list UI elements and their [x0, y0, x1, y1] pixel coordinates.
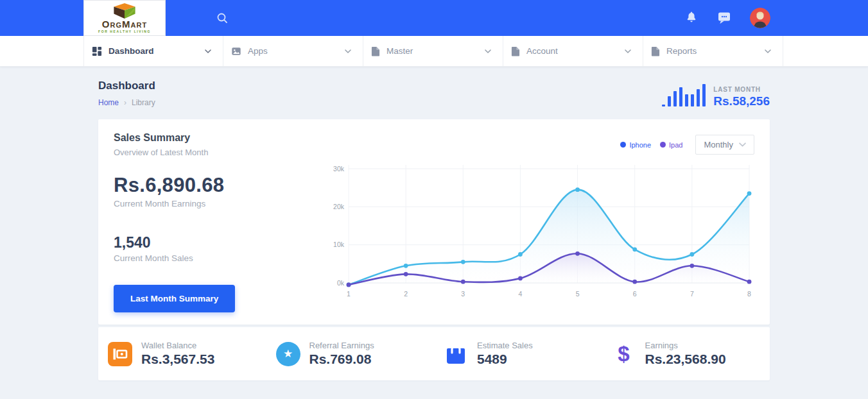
nav-label: Reports: [666, 46, 697, 56]
svg-text:8: 8: [747, 290, 751, 298]
nav-item-reports[interactable]: Reports: [643, 36, 783, 66]
stat-value: Rs.769.08: [309, 352, 374, 367]
star-icon: ★: [276, 342, 300, 366]
bottom-stats-card: Wallet Balance Rs.3,567.53 ★ Referral Ea…: [98, 327, 770, 380]
file-icon: [651, 46, 660, 56]
user-avatar[interactable]: [750, 8, 770, 28]
nav-item-account[interactable]: Account: [503, 36, 643, 66]
stat-value: Rs.23,568.90: [645, 352, 726, 367]
wallet-icon: [108, 342, 132, 366]
current-month-earnings-value: Rs.6,890.68: [114, 174, 326, 197]
chevron-down-icon: [739, 142, 746, 147]
topbar: OrgMart FOR HEALTHY LIVING: [0, 0, 868, 36]
page-content: Dashboard Home › Library LAST MONTH Rs.5…: [0, 67, 868, 380]
dollar-icon: $: [612, 342, 636, 366]
nav-item-dashboard[interactable]: Dashboard: [83, 36, 223, 66]
chevron-down-icon: [765, 49, 771, 53]
svg-text:1: 1: [347, 290, 351, 298]
file-icon: [511, 46, 520, 56]
chevron-down-icon: [625, 49, 631, 53]
current-month-sales-label: Current Month Sales: [114, 253, 326, 263]
logo-cube-icon: [111, 3, 138, 19]
svg-text:10k: 10k: [333, 241, 345, 248]
breadcrumb-home-link[interactable]: Home: [98, 98, 119, 107]
apps-icon: [231, 46, 241, 56]
nav-label: Account: [526, 46, 558, 56]
referral-earnings-stat: ★ Referral Earnings Rs.769.08: [266, 341, 435, 367]
stat-label: Estimate Sales: [477, 341, 533, 350]
stat-label: Earnings: [645, 341, 726, 350]
stat-value: 5489: [477, 352, 533, 367]
estimate-sales-stat: Estimate Sales 5489: [434, 341, 602, 367]
topbar-actions: [684, 8, 868, 28]
svg-text:3: 3: [461, 290, 465, 298]
chevron-down-icon: [205, 49, 211, 53]
period-select-dropdown[interactable]: Monthly: [695, 135, 754, 155]
breadcrumb-current: Library: [132, 98, 155, 107]
last-month-widget: LAST MONTH Rs.58,256: [662, 83, 770, 108]
current-month-sales-value: 1,540: [114, 234, 326, 251]
page-title: Dashboard: [98, 80, 155, 92]
nav-label: Apps: [248, 46, 268, 56]
messages-chat-icon[interactable]: [716, 11, 732, 25]
svg-text:2: 2: [404, 290, 408, 298]
app-logo[interactable]: OrgMart FOR HEALTHY LIVING: [83, 0, 166, 36]
search-icon[interactable]: [216, 12, 229, 24]
svg-text:0k: 0k: [337, 279, 345, 287]
logo-tagline: FOR HEALTHY LIVING: [98, 30, 151, 33]
svg-text:4: 4: [519, 290, 523, 298]
period-select-value: Monthly: [704, 140, 733, 149]
sales-summary-card: Sales Summary Overview of Latest Month I…: [98, 119, 770, 325]
breadcrumb: Home › Library: [98, 98, 155, 107]
file-icon: [371, 46, 380, 56]
svg-text:7: 7: [690, 290, 694, 298]
legend-dot: [660, 142, 666, 148]
bag-icon: [444, 342, 468, 366]
card-subtitle: Overview of Latest Month: [114, 148, 208, 157]
nav-item-apps[interactable]: Apps: [223, 36, 363, 66]
last-month-summary-button[interactable]: Last Month Summary: [114, 285, 235, 312]
stat-label: Referral Earnings: [309, 341, 374, 350]
legend-dot: [620, 142, 626, 148]
wallet-balance-stat: Wallet Balance Rs.3,567.53: [98, 341, 266, 367]
last-month-value: Rs.58,256: [713, 94, 770, 108]
last-month-label: LAST MONTH: [713, 86, 770, 93]
nav-label: Master: [386, 46, 413, 56]
main-navbar: Dashboard Apps Master Account: [0, 36, 868, 67]
svg-text:30k: 30k: [333, 165, 345, 173]
card-title: Sales Summary: [114, 132, 208, 144]
nav-label: Dashboard: [108, 46, 154, 56]
mini-bar-chart-icon: [662, 83, 706, 106]
sales-chart: 123456780k10k20k30k: [326, 160, 754, 301]
logo-text: OrgMart: [102, 19, 147, 29]
chevron-down-icon: [485, 49, 491, 53]
current-month-earnings-label: Current Month Earnings: [114, 199, 326, 208]
nav-item-master[interactable]: Master: [363, 36, 503, 66]
stat-label: Wallet Balance: [141, 341, 214, 350]
breadcrumb-separator: ›: [124, 98, 126, 107]
notifications-bell-icon[interactable]: [684, 11, 699, 25]
svg-text:6: 6: [633, 290, 637, 298]
chevron-down-icon: [345, 49, 351, 53]
grid-icon: [92, 46, 102, 56]
earnings-stat: $ Earnings Rs.23,568.90: [602, 341, 770, 367]
legend-item-iphone[interactable]: Iphone: [620, 141, 651, 149]
svg-text:5: 5: [576, 290, 580, 298]
legend-label: Ipad: [669, 141, 682, 149]
svg-text:20k: 20k: [333, 203, 345, 210]
stat-value: Rs.3,567.53: [141, 352, 214, 367]
legend-label: Iphone: [629, 141, 651, 149]
legend-item-ipad[interactable]: Ipad: [660, 141, 682, 149]
